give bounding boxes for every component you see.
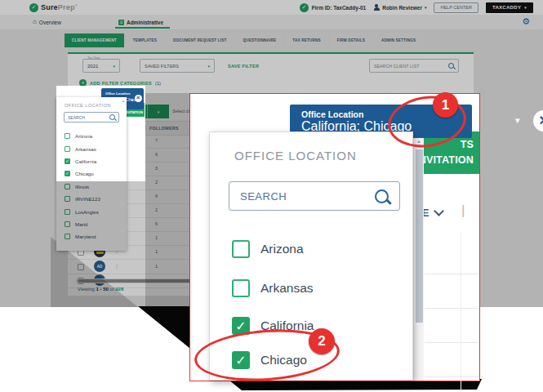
option-arizona[interactable]: Arizona (232, 240, 304, 258)
option-label: Arkansas (260, 281, 314, 296)
option-arizona[interactable]: Arizona (65, 130, 123, 142)
popup-dim-patch (56, 181, 127, 251)
checkbox-unchecked[interactable] (232, 240, 250, 258)
screenshot-stage: ✓ SurePrep® ✓ Firm ID: TaxCaddy-01 Robin… (0, 0, 543, 392)
invite-line-2: NVITATION (125, 110, 143, 115)
annotation-badge-2: 2 (309, 328, 335, 354)
table-row-line (425, 308, 478, 309)
popup-search-input[interactable]: SEARCH (229, 181, 400, 211)
table-row-line (425, 376, 478, 377)
option-label: California (75, 158, 96, 164)
table-column-line (461, 233, 461, 392)
option-california[interactable]: ✓California (65, 155, 123, 167)
chip-remove-icon[interactable]: × (135, 95, 142, 102)
popup-search-input[interactable]: SEARCH (64, 112, 119, 122)
chip-label: Office Location (105, 91, 130, 96)
checkbox-unchecked[interactable] (232, 279, 250, 297)
table-row-line (425, 342, 478, 343)
search-icon (109, 114, 115, 120)
option-chicago[interactable]: ✓Chicago (65, 167, 123, 180)
vertical-scrollbar[interactable]: ▲ (413, 136, 424, 381)
popup-search-placeholder: SEARCH (68, 115, 85, 120)
invite-line-2: NVITATION (419, 153, 474, 168)
option-arkansas[interactable]: Arkansas (65, 142, 123, 154)
option-label: Arizona (260, 242, 304, 256)
option-arkansas[interactable]: Arkansas (232, 279, 314, 297)
checkbox-unchecked[interactable] (65, 146, 70, 152)
annotation-badge-1: 1 (433, 92, 458, 118)
table-row-line (425, 274, 478, 274)
chevron-down-icon (434, 206, 444, 216)
popup-search-placeholder: SEARCH (240, 190, 287, 203)
chip-chevron-down-icon[interactable]: ▾ (131, 98, 133, 102)
popup-title: OFFICE LOCATION (65, 103, 111, 108)
toolbar-divider: | (461, 203, 465, 219)
popup-title: OFFICE LOCATION (234, 149, 357, 163)
option-label: Chicago (75, 171, 94, 176)
vertical-scrollbar-thumb[interactable] (416, 149, 423, 323)
chip-chevron-down-icon[interactable]: ▾ (515, 115, 520, 126)
option-label: Arkansas (75, 146, 96, 152)
scroll-up-icon[interactable]: ▲ (122, 99, 125, 103)
zoom-beam-shade (145, 93, 189, 307)
option-label: Arizona (75, 133, 92, 139)
checkbox-checked[interactable]: ✓ (65, 158, 70, 164)
chip-label: Office Location (301, 109, 363, 119)
checkbox-unchecked[interactable] (65, 133, 70, 139)
zoom-callout-panel: TS NVITATION S GE | ▲ Office Location Ca… (189, 93, 480, 381)
checkbox-checked[interactable]: ✓ (65, 171, 70, 176)
invite-line-1: TS (461, 137, 474, 153)
search-icon (375, 189, 389, 203)
